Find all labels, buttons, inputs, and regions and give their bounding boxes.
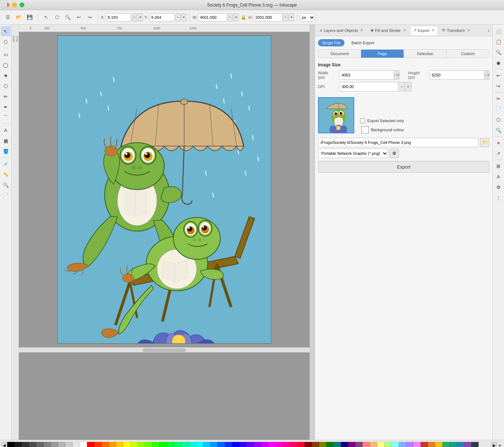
palette-swatch[interactable] <box>73 442 80 447</box>
palette-swatch[interactable] <box>399 442 406 447</box>
export-button[interactable]: Export <box>318 161 489 173</box>
align-right-1[interactable]: ⬜ <box>493 26 504 36</box>
y-decrease[interactable]: − <box>175 13 181 21</box>
ungroup-tool[interactable]: 🔍 <box>493 125 504 135</box>
node-tool[interactable]: ⬡ <box>52 13 62 22</box>
dpi-decrease-btn[interactable]: − <box>398 82 405 91</box>
transform-panel-tab[interactable]: ⟳ Transform ✕ <box>439 26 474 35</box>
lock-icon[interactable]: 🔒 <box>241 15 246 20</box>
palette-swatch[interactable] <box>138 442 145 447</box>
document-mode-tab[interactable]: Document <box>318 50 361 58</box>
xml-editor[interactable]: ⊞ <box>493 161 504 171</box>
palette-swatch[interactable] <box>102 442 109 447</box>
palette-swatch[interactable] <box>94 442 102 447</box>
palette-scroll-left[interactable]: ◀ <box>1 442 7 447</box>
palette-swatch[interactable] <box>464 442 471 447</box>
palette-swatch[interactable] <box>65 442 73 447</box>
selector-tool[interactable]: ↖ <box>1 26 11 36</box>
y-input[interactable] <box>149 13 175 21</box>
palette-swatch[interactable] <box>471 442 479 447</box>
zoom-canvas-tool[interactable]: 🔍 <box>1 180 11 190</box>
palette-swatch[interactable] <box>421 442 428 447</box>
palette-swatch[interactable] <box>406 442 413 447</box>
open-button[interactable]: 📂 <box>14 13 24 22</box>
palette-swatch[interactable] <box>442 442 450 447</box>
undo-button[interactable]: ↩ <box>74 13 84 22</box>
zoom-tool[interactable]: 🔍 <box>63 13 73 22</box>
palette-swatch[interactable] <box>174 442 181 447</box>
panel-drag-handle[interactable]: ⋮ <box>310 25 315 440</box>
palette-swatch[interactable] <box>348 442 355 447</box>
panel-tabs-more[interactable]: › <box>486 26 491 35</box>
undo-right[interactable]: ↩ <box>493 70 504 80</box>
palette-swatch[interactable] <box>239 442 247 447</box>
window-controls[interactable] <box>4 3 24 7</box>
export-panel-tab[interactable]: ↗ Export ✕ <box>410 26 438 35</box>
save-button[interactable]: 💾 <box>25 13 35 22</box>
horizontal-scroll-thumb[interactable] <box>142 348 186 352</box>
x-decrease[interactable]: − <box>132 13 137 21</box>
node-edit-tool[interactable]: ⬡ <box>1 37 11 47</box>
palette-swatch[interactable] <box>15 442 22 447</box>
palette-swatch[interactable] <box>196 442 203 447</box>
palette-swatch[interactable] <box>428 442 435 447</box>
palette-swatch[interactable] <box>276 442 283 447</box>
fill-tab-close[interactable]: ✕ <box>403 28 406 33</box>
fill-panel-tab[interactable]: ◈ Fill and Stroke ✕ <box>367 26 409 35</box>
star-tool[interactable]: ★ <box>1 70 11 80</box>
format-select[interactable]: Portable Network Graphic (*.png) SVG (*.… <box>318 149 388 158</box>
palette-swatch[interactable] <box>116 442 123 447</box>
polygon-tool[interactable]: ⬡ <box>1 81 11 91</box>
w-decrease[interactable]: − <box>228 13 233 21</box>
palette-swatch[interactable] <box>363 442 370 447</box>
y-increase[interactable]: + <box>181 13 186 21</box>
more-right[interactable]: ⋮ <box>493 193 504 203</box>
page-tool[interactable]: 📄 <box>1 190 11 200</box>
file-path-input[interactable] <box>318 138 479 147</box>
rectangle-tool[interactable]: ▭ <box>1 49 11 59</box>
fill-tool[interactable]: 🪣 <box>1 146 11 156</box>
export-tab-close[interactable]: ✕ <box>431 28 435 33</box>
group-tool[interactable]: ⬡ <box>493 115 504 125</box>
width-input[interactable] <box>339 71 394 79</box>
new-button[interactable]: ☰ <box>3 13 13 22</box>
palette-swatch[interactable] <box>210 442 218 447</box>
palette-swatch[interactable] <box>87 442 94 447</box>
minimize-button[interactable] <box>12 3 17 7</box>
maximize-button[interactable] <box>20 3 24 7</box>
align-distribute[interactable]: ≡ <box>493 138 504 148</box>
palette-swatch[interactable] <box>392 442 399 447</box>
palette-swatch[interactable] <box>384 442 392 447</box>
palette-swatch[interactable] <box>131 442 138 447</box>
align-right-3[interactable]: 🔍 <box>493 47 504 57</box>
h-input[interactable] <box>253 13 282 21</box>
palette-swatch[interactable] <box>181 442 189 447</box>
copy-style[interactable]: ✂ <box>493 94 504 104</box>
palette-swatch[interactable] <box>312 442 319 447</box>
canvas-container[interactable] <box>19 32 310 440</box>
palette-swatch[interactable] <box>326 442 334 447</box>
height-increase-btn[interactable]: + <box>487 71 489 79</box>
palette-swatch[interactable] <box>189 442 196 447</box>
dpi-increase-btn[interactable]: + <box>405 82 411 91</box>
palette-swatch[interactable] <box>435 442 442 447</box>
custom-mode-tab[interactable]: Custom <box>447 50 489 58</box>
dpi-input[interactable] <box>339 82 398 91</box>
gradient-tool[interactable]: ▦ <box>1 136 11 146</box>
units-select[interactable]: px mm in <box>300 13 315 21</box>
h-decrease[interactable]: − <box>283 13 288 21</box>
redo-right[interactable]: ↪ <box>493 81 504 91</box>
palette-swatch[interactable] <box>268 442 276 447</box>
measure-tool[interactable]: 📏 <box>1 169 11 179</box>
file-browse-button[interactable]: 📁 <box>480 138 489 147</box>
palette-swatch[interactable] <box>283 442 290 447</box>
page-mode-tab[interactable]: Page <box>361 50 404 58</box>
palette-swatch[interactable] <box>203 442 210 447</box>
palette-swatch[interactable] <box>7 442 15 447</box>
palette-swatch[interactable] <box>123 442 131 447</box>
palette-swatch[interactable] <box>58 442 65 447</box>
palette-swatch[interactable] <box>319 442 326 447</box>
export-tool[interactable]: ↗ <box>493 148 504 158</box>
palette-swatch[interactable] <box>29 442 36 447</box>
palette-swatch[interactable] <box>297 442 305 447</box>
